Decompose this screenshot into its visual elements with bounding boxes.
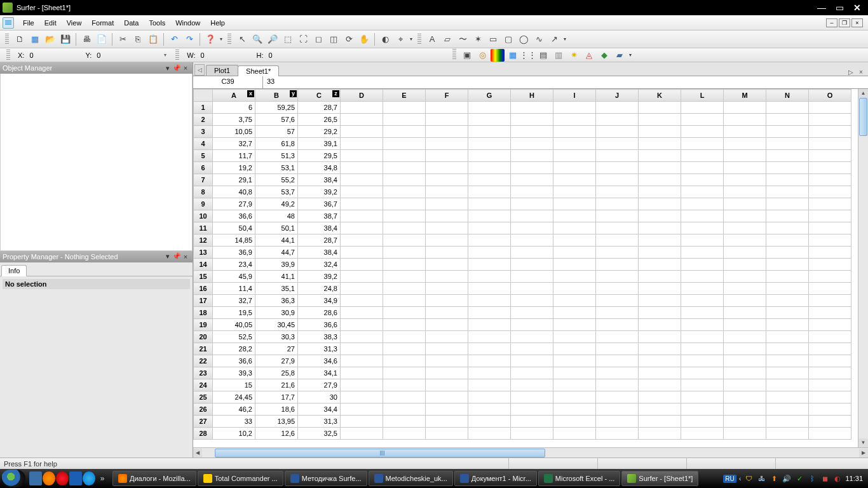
cell-E16[interactable]: [383, 283, 426, 295]
cell-I1[interactable]: [553, 102, 596, 114]
cell-A26[interactable]: 46,2: [213, 403, 255, 416]
cell-E14[interactable]: [383, 259, 426, 271]
tab-nav-right[interactable]: ▷: [846, 69, 855, 76]
cell-D27[interactable]: [341, 416, 383, 428]
new-button[interactable]: 🗋: [13, 32, 27, 46]
cell-K12[interactable]: [639, 234, 681, 247]
pointer-button[interactable]: ↖: [235, 32, 249, 46]
cell-E23[interactable]: [383, 367, 426, 379]
cell-K10[interactable]: [639, 210, 681, 222]
menu-file[interactable]: File: [18, 17, 39, 29]
cell-G6[interactable]: [468, 162, 511, 174]
cell-I18[interactable]: [553, 307, 596, 319]
cell-L20[interactable]: [681, 331, 724, 343]
cell-L2[interactable]: [681, 114, 724, 126]
map-3d-button[interactable]: ◆: [597, 49, 611, 62]
cell-D24[interactable]: [341, 379, 383, 391]
cell-H18[interactable]: [511, 307, 553, 319]
cell-E6[interactable]: [383, 162, 426, 174]
cell-N11[interactable]: [766, 222, 809, 234]
cell-B11[interactable]: 50,1: [255, 222, 298, 234]
cell-G24[interactable]: [468, 379, 511, 391]
cell-F28[interactable]: [426, 428, 468, 440]
cell-O21[interactable]: [809, 343, 851, 355]
panel-close-icon[interactable]: ×: [181, 64, 190, 72]
row-header-21[interactable]: 21: [194, 343, 213, 355]
cell-L13[interactable]: [681, 247, 724, 259]
cell-E20[interactable]: [383, 331, 426, 343]
cell-B17[interactable]: 36,3: [255, 295, 298, 307]
column-header-F[interactable]: F: [426, 90, 468, 102]
cell-L1[interactable]: [681, 102, 724, 114]
cell-H23[interactable]: [511, 367, 553, 379]
cell-N5[interactable]: [766, 150, 809, 162]
cell-O8[interactable]: [809, 186, 851, 198]
cell-H25[interactable]: [511, 391, 553, 403]
cell-I15[interactable]: [553, 271, 596, 283]
cell-H26[interactable]: [511, 403, 553, 416]
cell-F10[interactable]: [426, 210, 468, 222]
ql-opera-icon[interactable]: [56, 471, 69, 485]
cell-K26[interactable]: [639, 403, 681, 416]
cell-E21[interactable]: [383, 343, 426, 355]
row-header-28[interactable]: 28: [194, 428, 213, 440]
cell-I11[interactable]: [553, 222, 596, 234]
cell-C3[interactable]: 29,2: [298, 126, 341, 138]
menu-data[interactable]: Data: [119, 17, 144, 29]
cell-L12[interactable]: [681, 234, 724, 247]
cell-A25[interactable]: 24,45: [213, 391, 255, 403]
cell-F13[interactable]: [426, 247, 468, 259]
row-header-2[interactable]: 2: [194, 114, 213, 126]
toolbar-overflow[interactable]: ▾: [628, 49, 633, 62]
cell-J13[interactable]: [596, 247, 639, 259]
cell-J4[interactable]: [596, 138, 639, 150]
text-button[interactable]: A: [425, 32, 439, 46]
cell-H5[interactable]: [511, 150, 553, 162]
menu-help[interactable]: Help: [205, 17, 230, 29]
cell-G1[interactable]: [468, 102, 511, 114]
cell-K27[interactable]: [639, 416, 681, 428]
cell-E7[interactable]: [383, 174, 426, 186]
cell-I9[interactable]: [553, 198, 596, 210]
map-vector-button[interactable]: ⋮⋮: [521, 49, 535, 62]
tray-av-icon[interactable]: ✓: [794, 473, 804, 484]
cell-K15[interactable]: [639, 271, 681, 283]
cell-E24[interactable]: [383, 379, 426, 391]
cell-A2[interactable]: 3,75: [213, 114, 255, 126]
cell-O16[interactable]: [809, 283, 851, 295]
cell-J15[interactable]: [596, 271, 639, 283]
cell-C9[interactable]: 36,7: [298, 198, 341, 210]
cell-F24[interactable]: [426, 379, 468, 391]
cell-N3[interactable]: [766, 126, 809, 138]
row-header-17[interactable]: 17: [194, 295, 213, 307]
cell-K18[interactable]: [639, 307, 681, 319]
cell-J3[interactable]: [596, 126, 639, 138]
cell-C23[interactable]: 34,1: [298, 367, 341, 379]
cell-D26[interactable]: [341, 403, 383, 416]
cell-M4[interactable]: [724, 138, 766, 150]
cell-D23[interactable]: [341, 367, 383, 379]
column-header-N[interactable]: N: [766, 90, 809, 102]
cell-I20[interactable]: [553, 331, 596, 343]
cell-E3[interactable]: [383, 126, 426, 138]
scroll-right-icon[interactable]: ▶: [859, 449, 868, 458]
map-base-button[interactable]: ✷: [567, 49, 581, 62]
row-header-13[interactable]: 13: [194, 247, 213, 259]
mdi-restore-button[interactable]: ❐: [839, 18, 850, 27]
scroll-up-icon[interactable]: ▲: [858, 89, 868, 98]
taskbar-task[interactable]: Microsoft Excel - ...: [538, 471, 621, 486]
cell-I6[interactable]: [553, 162, 596, 174]
cell-F14[interactable]: [426, 259, 468, 271]
cell-L23[interactable]: [681, 367, 724, 379]
cell-I13[interactable]: [553, 247, 596, 259]
cell-K7[interactable]: [639, 174, 681, 186]
cell-L4[interactable]: [681, 138, 724, 150]
cell-L16[interactable]: [681, 283, 724, 295]
toolbar-grip[interactable]: [5, 34, 9, 45]
menu-window[interactable]: Window: [170, 17, 205, 29]
map-surface-button[interactable]: ▰: [613, 49, 627, 62]
zoom-actual-button[interactable]: ◻: [311, 32, 325, 46]
cell-J20[interactable]: [596, 331, 639, 343]
cell-D2[interactable]: [341, 114, 383, 126]
save-button[interactable]: 💾: [58, 32, 72, 46]
